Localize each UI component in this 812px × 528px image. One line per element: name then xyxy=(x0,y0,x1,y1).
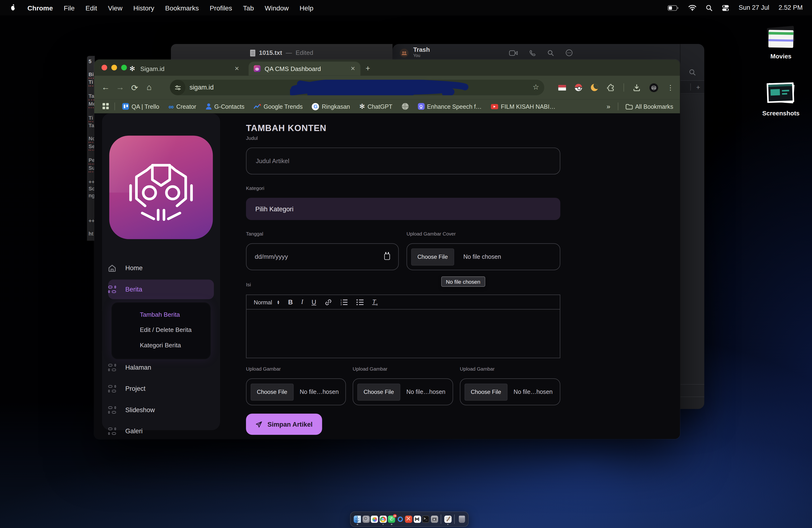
underline-button[interactable]: U xyxy=(311,298,316,306)
new-tab-plus-icon[interactable]: + xyxy=(696,83,700,91)
upload-gambar-input-3[interactable]: Choose File No file…hosen xyxy=(460,378,560,405)
desktop-folder-movies[interactable]: Movies xyxy=(756,27,806,60)
close-window-button[interactable] xyxy=(101,65,107,71)
close-tab-icon[interactable]: ✕ xyxy=(350,65,355,72)
forward-button[interactable]: → xyxy=(113,83,127,92)
bookmark-ringkasan[interactable]: G Ringkasan xyxy=(312,103,350,110)
format-dropdown[interactable]: Normal ▲▼ xyxy=(254,299,280,305)
link-button[interactable] xyxy=(324,298,332,306)
sidebar-item-home[interactable]: Home xyxy=(108,262,143,274)
bullet-list-button[interactable] xyxy=(356,299,364,305)
bookmark-film-kisah-nabi[interactable]: FILM KISAH NABI… xyxy=(491,103,555,109)
sidebar-item-project[interactable]: Project xyxy=(108,382,146,395)
cover-file-input[interactable]: Choose File No file chosen xyxy=(406,243,560,270)
dock-photos-icon[interactable] xyxy=(371,516,378,523)
sidebar-item-halaman[interactable]: Halaman xyxy=(108,361,151,374)
menu-item-help[interactable]: Help xyxy=(300,4,314,12)
video-call-icon[interactable] xyxy=(509,50,518,56)
chat-search-icon[interactable] xyxy=(547,49,554,56)
bookmark-creator[interactable]: ∞ Creator xyxy=(169,103,196,109)
menu-item-history[interactable]: History xyxy=(133,4,154,12)
choose-file-button[interactable]: Choose File xyxy=(357,383,400,400)
dock-quicktime-icon[interactable] xyxy=(396,516,404,523)
menubar-time[interactable]: 2.52 PM xyxy=(779,4,803,11)
bookmark-globe[interactable] xyxy=(402,103,408,110)
tab-qa-cms-dashboard[interactable]: QA CMS Dashboard ✕ xyxy=(249,61,360,75)
spotlight-search-icon[interactable] xyxy=(706,4,713,11)
tanggal-date-input[interactable]: dd/mm/yyyy xyxy=(246,243,398,270)
submenu-item-tambah-berita[interactable]: Tambah Berita xyxy=(140,311,180,318)
bookmark-enhance-speech[interactable]: Enhance Speech f… xyxy=(418,103,481,110)
bookmark-google-trends[interactable]: Google Trends xyxy=(254,103,303,109)
chrome-menu-icon[interactable]: ⋮ xyxy=(667,84,673,91)
wifi-icon[interactable] xyxy=(688,5,697,11)
menu-item-bookmarks[interactable]: Bookmarks xyxy=(165,4,199,12)
menu-item-window[interactable]: Window xyxy=(265,4,289,12)
back-button[interactable]: ← xyxy=(98,83,113,92)
downloads-icon[interactable] xyxy=(633,84,641,91)
bookmark-star-icon[interactable]: ☆ xyxy=(533,83,539,91)
dock-whatsapp-icon[interactable]: ✆ 16 xyxy=(388,516,395,523)
upload-gambar-input-1[interactable]: Choose File No file…hosen xyxy=(246,378,346,405)
flag-extension-icon[interactable] xyxy=(558,85,566,90)
submenu-item-kategori-berita[interactable]: Kategori Berita xyxy=(140,342,181,349)
dock-textedit-icon[interactable] xyxy=(444,516,451,523)
kategori-select[interactable]: Pilih Kategori xyxy=(246,198,560,220)
extensions-puzzle-icon[interactable] xyxy=(607,84,615,91)
judul-input[interactable] xyxy=(246,147,560,174)
sidebar-item-berita-content[interactable]: Berita xyxy=(108,283,142,296)
menu-item-profiles[interactable]: Profiles xyxy=(209,4,232,12)
address-bar[interactable]: sigam.id ☆ xyxy=(170,80,544,95)
menu-app-name[interactable]: Chrome xyxy=(28,4,53,12)
apple-menu-icon[interactable] xyxy=(9,3,17,12)
voice-call-icon[interactable] xyxy=(529,49,536,56)
textedit-titlebar[interactable]: 1015.txt — Edited xyxy=(171,44,393,61)
dark-mode-extension-icon[interactable] xyxy=(591,84,598,91)
bookmarks-overflow-chevron[interactable]: » xyxy=(607,103,610,111)
upload-gambar-input-2[interactable]: Choose File No file…hosen xyxy=(352,378,453,405)
sidebar-item-galeri[interactable]: Galeri xyxy=(108,425,143,437)
menu-item-edit[interactable]: Edit xyxy=(86,4,97,12)
bookmark-g-contacts[interactable]: G-Contacts xyxy=(206,103,245,110)
battery-icon[interactable] xyxy=(668,5,679,11)
dock-video-app-icon[interactable]: ⤫ xyxy=(405,516,412,523)
dock-screenshot-icon[interactable] xyxy=(431,516,438,523)
menu-item-view[interactable]: View xyxy=(108,4,122,12)
clear-formatting-button[interactable]: Tx xyxy=(372,298,378,306)
pokeball-extension-icon[interactable] xyxy=(575,84,582,91)
dock-capcut-icon[interactable]: ⋈ xyxy=(414,516,421,523)
apps-grid-icon[interactable] xyxy=(103,103,109,110)
chat-menu-icon[interactable] xyxy=(566,49,573,57)
all-bookmarks-button[interactable]: All Bookmarks xyxy=(625,103,673,109)
bold-button[interactable]: B xyxy=(288,298,293,306)
dock-trash-icon[interactable] xyxy=(459,516,465,523)
dock-chrome-icon[interactable] xyxy=(379,516,387,523)
menu-item-file[interactable]: File xyxy=(64,4,75,12)
site-settings-icon[interactable] xyxy=(170,80,185,95)
desktop-folder-screenshots[interactable]: Screenshots xyxy=(756,82,806,117)
dock-terminal-icon[interactable]: >_ xyxy=(422,516,430,523)
sidebar-item-slideshow[interactable]: Slideshow xyxy=(108,404,155,416)
dock-settings-icon[interactable]: ⚙ xyxy=(362,516,370,523)
bookmark-chatgpt[interactable]: ✻ ChatGPT xyxy=(359,103,392,111)
home-button[interactable]: ⌂ xyxy=(142,83,157,92)
dock-finder-icon[interactable] xyxy=(354,516,361,523)
choose-file-button[interactable]: Choose File xyxy=(251,383,293,400)
minimize-window-button[interactable] xyxy=(111,65,117,71)
calendar-icon[interactable] xyxy=(384,253,390,260)
bookmark-qa-trello[interactable]: QA | Trello xyxy=(122,103,159,110)
tab-sigam[interactable]: ✻ Sigam.id ✕ xyxy=(124,61,244,75)
control-center-icon[interactable] xyxy=(722,4,729,11)
reload-button[interactable]: ⟳ xyxy=(128,83,142,92)
simpan-artikel-button[interactable]: Simpan Artikel xyxy=(246,414,322,435)
submenu-item-edit-delete-berita[interactable]: Edit / Delete Berita xyxy=(140,326,192,334)
choose-file-button[interactable]: Choose File xyxy=(464,383,507,400)
ordered-list-button[interactable]: 123 xyxy=(340,299,348,305)
choose-file-button[interactable]: Choose File xyxy=(411,248,454,265)
menubar-date[interactable]: Sun 27 Jul xyxy=(739,4,769,11)
profile-avatar[interactable] xyxy=(649,83,658,92)
italic-button[interactable]: I xyxy=(301,298,303,306)
panel-search-icon[interactable] xyxy=(689,69,696,76)
editor-body[interactable] xyxy=(246,310,560,358)
menu-item-tab[interactable]: Tab xyxy=(243,4,254,12)
